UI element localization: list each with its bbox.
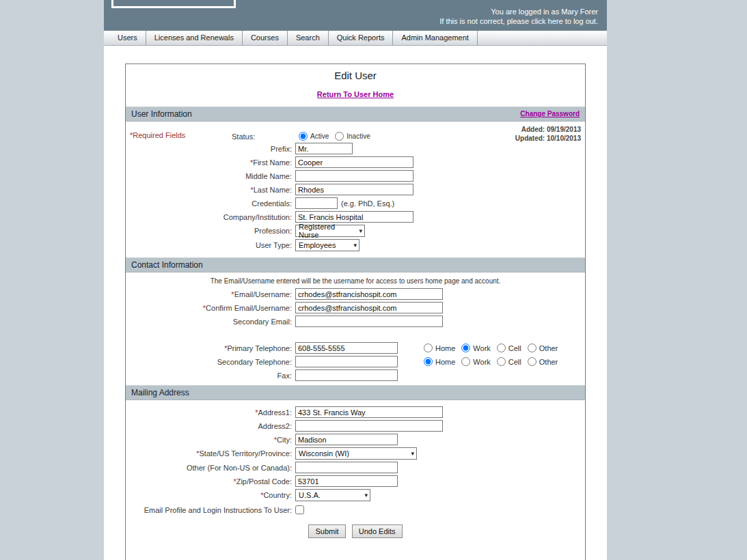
user-info-meta-band: *Required Fields Added: 09/19/2013 Updat… xyxy=(126,122,585,141)
secondary-phone-work-radio[interactable] xyxy=(461,357,470,366)
secondary-phone-other-option[interactable]: Other xyxy=(528,357,558,366)
email-username-note: The Email/Username entered will be the u… xyxy=(126,277,585,285)
status-active-label: Active xyxy=(310,132,329,140)
primary-phone-work-radio[interactable] xyxy=(461,344,470,352)
last-name-input[interactable] xyxy=(295,184,413,195)
login-info: You are logged in as Mary Forer If this … xyxy=(439,7,598,26)
chevron-down-icon: ▾ xyxy=(353,242,357,249)
page-content: Edit User Return To User Home User Infor… xyxy=(104,46,607,560)
primary-phone-cell-radio[interactable] xyxy=(497,344,506,352)
field-row-fax: Fax: xyxy=(126,369,585,381)
status-inactive-option[interactable]: Inactive xyxy=(335,132,370,141)
primary-phone-cell-option[interactable]: Cell xyxy=(497,344,521,352)
prefix-label: Prefix: xyxy=(126,145,295,153)
confirm-email-input[interactable] xyxy=(295,302,443,313)
primary-phone-label: *Primary Telephone: xyxy=(126,344,295,352)
other-region-input[interactable] xyxy=(295,462,398,473)
secondary-phone-cell-option[interactable]: Cell xyxy=(497,357,521,366)
secondary-email-label: Secondary Email: xyxy=(126,318,295,326)
primary-phone-other-option[interactable]: Other xyxy=(528,344,558,352)
field-row-profession: Profession: Registered Nurse ▾ xyxy=(126,225,585,237)
email-profile-checkbox[interactable] xyxy=(295,505,304,514)
status-inactive-label: Inactive xyxy=(347,132,370,140)
secondary-phone-cell-radio[interactable] xyxy=(497,357,506,366)
status-active-radio[interactable] xyxy=(299,132,308,141)
tab-admin-management[interactable]: Admin Management xyxy=(393,31,477,45)
required-fields-note: *Required Fields xyxy=(130,131,185,139)
credentials-input[interactable] xyxy=(295,197,338,209)
primary-phone-home-option[interactable]: Home xyxy=(424,344,455,352)
undo-edits-button[interactable]: Undo Edits xyxy=(352,524,403,538)
secondary-email-input[interactable] xyxy=(295,316,443,327)
email-profile-label: Email Profile and Login Instructions To … xyxy=(126,506,295,514)
tab-courses[interactable]: Courses xyxy=(243,31,288,45)
logged-in-as-text: You are logged in as Mary Forer xyxy=(439,7,598,16)
field-row-zip: *Zip/Postal Code: xyxy=(126,475,585,487)
secondary-phone-other-radio[interactable] xyxy=(528,357,537,366)
logout-link-text[interactable]: If this is not correct, please click her… xyxy=(439,16,598,26)
user-type-select[interactable]: Employees ▾ xyxy=(295,239,359,251)
first-name-label: *First Name: xyxy=(126,158,295,167)
field-row-address1: *Address1: xyxy=(126,406,585,418)
other-region-label: Other (For Non-US or Canada): xyxy=(126,464,295,472)
chevron-down-icon: ▾ xyxy=(364,492,368,499)
fax-input[interactable] xyxy=(295,369,398,381)
secondary-phone-work-option[interactable]: Work xyxy=(461,357,490,366)
field-row-user-type: User Type: Employees ▾ xyxy=(126,239,585,251)
field-row-prefix: Prefix: xyxy=(126,143,585,154)
middle-name-input[interactable] xyxy=(295,170,413,182)
status-active-option[interactable]: Active xyxy=(299,132,329,141)
chevron-down-icon: ▾ xyxy=(359,228,362,234)
return-to-user-home-link[interactable]: Return To User Home xyxy=(317,90,394,98)
user-type-label: User Type: xyxy=(126,241,295,249)
tab-quick-reports[interactable]: Quick Reports xyxy=(329,31,394,45)
field-row-other-region: Other (For Non-US or Canada): xyxy=(126,462,585,473)
top-header: You are logged in as Mary Forer If this … xyxy=(104,0,607,31)
change-password-link[interactable]: Change Password xyxy=(520,110,580,117)
status-inactive-radio[interactable] xyxy=(335,132,344,141)
field-row-email: *Email/Username: xyxy=(126,288,585,300)
secondary-phone-home-radio[interactable] xyxy=(424,357,433,366)
field-row-primary-phone: *Primary Telephone: Home Work Cell Other xyxy=(126,342,585,354)
field-row-address2: Address2: xyxy=(126,420,585,432)
field-row-middle-name: Middle Name: xyxy=(126,170,585,182)
prefix-input[interactable] xyxy=(295,143,353,154)
primary-phone-other-radio[interactable] xyxy=(528,344,537,352)
confirm-email-label: *Confirm Email/Username: xyxy=(126,304,295,312)
primary-phone-work-option[interactable]: Work xyxy=(461,344,490,352)
secondary-phone-home-option[interactable]: Home xyxy=(424,357,455,366)
credentials-label: Credentials: xyxy=(126,199,295,208)
tab-licenses-and-renewals[interactable]: Licenses and Renewals xyxy=(146,31,243,45)
address1-input[interactable] xyxy=(295,406,443,418)
country-select[interactable]: U.S.A. ▾ xyxy=(295,489,370,501)
section-title: Mailing Address xyxy=(131,388,189,397)
form-buttons: Submit Undo Edits xyxy=(126,524,585,538)
profession-select[interactable]: Registered Nurse ▾ xyxy=(295,225,365,237)
logo-placeholder xyxy=(111,0,236,8)
field-row-city: *City: xyxy=(126,434,585,445)
field-row-country: *Country: U.S.A. ▾ xyxy=(126,489,585,501)
tab-users[interactable]: Users xyxy=(109,31,146,45)
primary-phone-home-radio[interactable] xyxy=(424,344,433,352)
company-input[interactable] xyxy=(295,211,413,223)
updated-date: Updated: 10/10/2013 xyxy=(515,134,581,143)
address2-label: Address2: xyxy=(126,422,295,430)
email-input[interactable] xyxy=(295,288,443,300)
submit-button[interactable]: Submit xyxy=(308,524,345,538)
page-column: You are logged in as Mary Forer If this … xyxy=(104,0,607,560)
primary-phone-type-group: Home Work Cell Other xyxy=(424,344,564,352)
state-label: *State/US Territory/Province: xyxy=(126,449,295,458)
primary-phone-input[interactable] xyxy=(295,342,398,354)
country-label: *Country: xyxy=(126,491,295,499)
first-name-input[interactable] xyxy=(295,156,413,168)
address2-input[interactable] xyxy=(295,420,443,432)
zip-input[interactable] xyxy=(295,475,398,487)
last-name-label: *Last Name: xyxy=(126,186,295,194)
profession-selected-value: Registered Nurse xyxy=(299,223,356,239)
secondary-phone-input[interactable] xyxy=(295,356,398,367)
state-select[interactable]: Wisconsin (WI) ▾ xyxy=(295,447,417,460)
chevron-down-icon: ▾ xyxy=(411,451,414,457)
field-row-secondary-phone: Secondary Telephone: Home Work Cell Othe… xyxy=(126,356,585,367)
tab-search[interactable]: Search xyxy=(288,31,329,45)
city-input[interactable] xyxy=(295,434,398,445)
